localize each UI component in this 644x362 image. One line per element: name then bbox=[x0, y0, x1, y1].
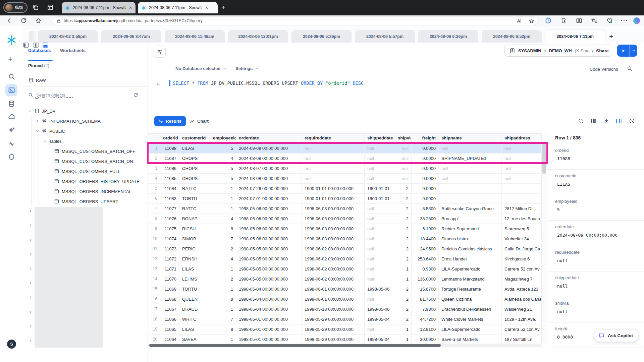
row-number-cell[interactable]: 11 bbox=[148, 244, 160, 254]
table-cell[interactable]: 1900-01-01 bbox=[365, 194, 395, 204]
code-versions-link[interactable]: Code Versions bbox=[590, 67, 618, 72]
table-cell[interactable]: 2 bbox=[395, 244, 412, 254]
table-cell[interactable]: 38.2800 bbox=[412, 214, 439, 224]
row-number-cell[interactable]: 2 bbox=[148, 154, 160, 164]
browser-profile-button[interactable]: 職場 bbox=[3, 2, 28, 13]
chevron-down-icon[interactable] bbox=[28, 109, 32, 113]
worksheet-tab[interactable]: 2024-08-02 3:58pm bbox=[38, 30, 98, 43]
tree-item[interactable]: PUBLIC bbox=[36, 126, 65, 136]
row-number-cell[interactable]: 10 bbox=[148, 234, 160, 244]
extension-icon[interactable] bbox=[560, 17, 567, 24]
table-cell[interactable]: CHOPS bbox=[179, 154, 210, 164]
chevron-right-icon[interactable] bbox=[29, 238, 33, 242]
row-number-cell[interactable]: 8 bbox=[148, 214, 160, 224]
table-cell[interactable]: 11074 bbox=[160, 234, 179, 244]
column-header[interactable]: orderdate bbox=[236, 133, 302, 142]
table-cell[interactable]: BONAP bbox=[179, 214, 210, 224]
table-cell[interactable]: 136.0000 bbox=[412, 274, 439, 284]
table-cell[interactable]: 2 bbox=[395, 224, 412, 234]
settings-menu[interactable]: Settings bbox=[235, 66, 259, 71]
row-number-cell[interactable]: 20 bbox=[148, 335, 160, 345]
table-cell[interactable]: Ernst Handel bbox=[439, 254, 502, 264]
table-cell[interactable]: 1998-05-04 00:00:00.000 bbox=[236, 304, 302, 314]
tree-item[interactable]: JP_DV bbox=[28, 106, 55, 116]
close-tab-icon[interactable]: × bbox=[129, 5, 132, 10]
table-cell[interactable]: 0.0000 bbox=[412, 174, 439, 184]
chevron-right-icon[interactable] bbox=[29, 324, 33, 328]
table-cell[interactable]: 1029 - 12th Ave. bbox=[502, 314, 541, 324]
table-cell[interactable]: 11073 bbox=[160, 244, 179, 254]
table-cell[interactable]: null bbox=[365, 214, 395, 224]
table-cell[interactable]: 2024-07-01 00:00:00.000 bbox=[236, 194, 302, 204]
search-icon[interactable] bbox=[8, 73, 15, 80]
chevron-right-icon[interactable] bbox=[29, 267, 33, 270]
table-cell[interactable]: 2024-08-07 00:00:00.000 bbox=[236, 164, 302, 174]
ai-sparkle-nav-icon[interactable] bbox=[8, 127, 15, 134]
table-cell[interactable]: 5 bbox=[210, 174, 236, 184]
password-manager-icon[interactable] bbox=[545, 17, 551, 24]
table-cell[interactable]: Queen Cozinha bbox=[439, 294, 502, 304]
table-cell[interactable]: 1998-05-06 00:00:00.000 bbox=[236, 234, 302, 244]
table-cell[interactable]: Alameda dos Caná bbox=[502, 294, 541, 304]
table-cell[interactable]: 2 bbox=[395, 284, 412, 294]
table-cell[interactable]: 1 bbox=[210, 184, 236, 194]
browser-essentials-icon[interactable] bbox=[606, 17, 613, 24]
table-cell[interactable]: 1998-05-01 00:00:00.000 bbox=[236, 335, 302, 345]
table-cell[interactable]: LILAS bbox=[179, 264, 210, 274]
worksheet-tab[interactable]: 2024-08-06 6:52pm bbox=[482, 30, 542, 43]
table-cell[interactable]: 1998-06-02 00:00:00.000 bbox=[302, 264, 365, 274]
table-row[interactable]: 511084RATTC12024-07-26 00:00:00.0001900-… bbox=[148, 184, 541, 194]
table-cell[interactable]: Save-a-lot Markets bbox=[439, 335, 502, 345]
table-cell[interactable]: Simons bistro bbox=[439, 234, 502, 244]
column-header[interactable]: freight bbox=[412, 133, 439, 142]
table-cell[interactable]: 5 bbox=[210, 143, 236, 154]
table-cell[interactable]: LILAS bbox=[179, 324, 210, 335]
table-cell[interactable]: null bbox=[365, 143, 395, 154]
table-cell[interactable]: 1 bbox=[395, 324, 412, 335]
table-cell[interactable]: Rattlesnake Canyon Groce bbox=[439, 204, 502, 214]
table-cell[interactable]: 1998-05-04 bbox=[365, 335, 395, 345]
table-cell[interactable]: 8 bbox=[210, 324, 236, 335]
table-cell[interactable]: 1998-05-06 bbox=[365, 284, 395, 294]
table-cell[interactable]: null bbox=[439, 164, 502, 174]
table-cell[interactable]: Carrera 52 con Av bbox=[502, 324, 541, 335]
table-cell[interactable]: 11070 bbox=[160, 274, 179, 284]
row-number-cell[interactable]: 1 bbox=[148, 143, 160, 154]
table-cell[interactable]: SAVEA bbox=[179, 335, 210, 345]
table-cell[interactable]: 2 bbox=[395, 314, 412, 324]
table-cell[interactable]: CHOPS bbox=[179, 174, 210, 184]
run-button[interactable] bbox=[617, 45, 637, 57]
table-cell[interactable] bbox=[502, 184, 541, 194]
table-cell[interactable]: CHOPS bbox=[179, 164, 210, 174]
chevron-right-icon[interactable] bbox=[29, 296, 33, 299]
column-header[interactable]: shipaddress bbox=[502, 133, 541, 142]
table-cell[interactable]: null bbox=[365, 224, 395, 234]
table-cell[interactable]: 2 bbox=[210, 274, 236, 284]
table-cell[interactable]: TORTU bbox=[179, 194, 210, 204]
table-cell[interactable]: 0.0000 bbox=[412, 164, 439, 174]
table-cell[interactable]: 1998-05-29 00:00:00.000 bbox=[302, 314, 365, 324]
read-aloud-icon[interactable]: A) bbox=[517, 18, 521, 23]
column-header[interactable]: orderid bbox=[160, 133, 179, 142]
table-cell[interactable]: null bbox=[365, 234, 395, 244]
table-cell[interactable]: 24.9500 bbox=[412, 244, 439, 254]
new-worksheet-tab-button[interactable]: + bbox=[608, 33, 614, 43]
share-button[interactable]: Share bbox=[593, 45, 612, 57]
favorite-star-icon[interactable] bbox=[529, 18, 534, 24]
table-cell[interactable]: 1998-05-06 00:00:00.000 bbox=[236, 204, 302, 214]
table-cell[interactable]: 6.1900 bbox=[412, 224, 439, 234]
detail-field-value[interactable]: 2024-08-09 00:00:00.000 bbox=[557, 233, 618, 238]
table-cell[interactable]: 11085 bbox=[160, 174, 179, 184]
detail-field-value[interactable]: 11088 bbox=[557, 156, 570, 161]
cloud-nav-icon[interactable] bbox=[8, 113, 15, 120]
table-cell[interactable]: SHIPNAME_UPDATE1 bbox=[439, 154, 502, 164]
table-cell[interactable]: null bbox=[365, 274, 395, 284]
columns-icon[interactable] bbox=[590, 118, 596, 124]
table-cell[interactable]: 8 bbox=[210, 294, 236, 304]
worksheet-tab[interactable]: 2024-08-06 11:46am bbox=[165, 30, 225, 43]
table-cell[interactable]: 1 bbox=[395, 264, 412, 274]
table-cell[interactable]: 11084 bbox=[160, 184, 179, 194]
table-row[interactable]: 1611068QUEEN81998-05-04 00:00:00.0001998… bbox=[148, 294, 541, 304]
table-row[interactable]: 211087CHOPS42024-08-08 00:00:00.000nulln… bbox=[148, 154, 541, 164]
row-number-cell[interactable]: 13 bbox=[148, 264, 160, 274]
